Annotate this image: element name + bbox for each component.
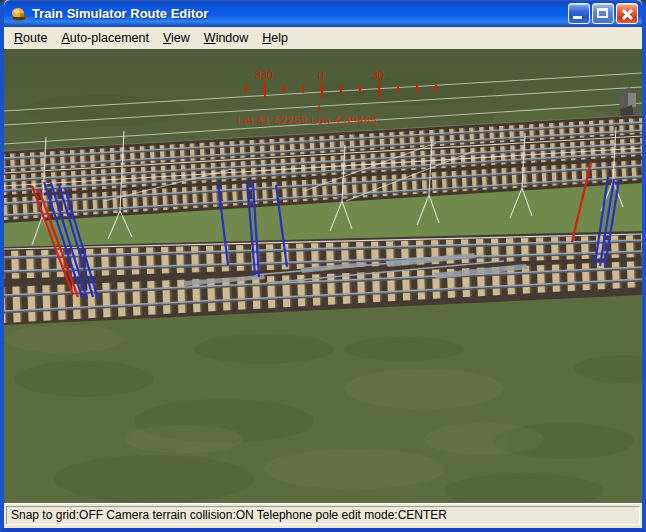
route-editor-viewport[interactable]: 330 0 30 Lat 41.52259 Lon 4.39465 xyxy=(4,49,642,503)
compass-label-30: 30 xyxy=(372,69,384,81)
maximize-icon xyxy=(597,8,608,18)
minimize-button[interactable] xyxy=(568,3,590,24)
menu-help[interactable]: Help xyxy=(255,29,295,47)
compass-label-0: 0 xyxy=(318,69,324,81)
close-button[interactable] xyxy=(616,3,638,24)
lat-lon-readout: Lat 41.52259 Lon 4.39465 xyxy=(237,114,377,126)
window-title: Train Simulator Route Editor xyxy=(32,6,568,21)
status-text: Snap to grid:OFF Camera terrain collisio… xyxy=(6,506,640,525)
menu-auto-placement[interactable]: Auto-placement xyxy=(54,29,156,47)
app-icon xyxy=(10,5,28,23)
app-window: Train Simulator Route Editor Route Auto-… xyxy=(0,0,646,532)
menu-route[interactable]: Route xyxy=(7,29,54,47)
compass-label-330: 330 xyxy=(255,69,273,81)
menu-view[interactable]: View xyxy=(156,29,197,47)
maximize-button[interactable] xyxy=(592,3,614,24)
menu-bar: Route Auto-placement View Window Help xyxy=(4,27,642,49)
minimize-icon xyxy=(573,16,582,19)
menu-window[interactable]: Window xyxy=(197,29,255,47)
status-bar: Snap to grid:OFF Camera terrain collisio… xyxy=(4,503,642,528)
window-titlebar[interactable]: Train Simulator Route Editor xyxy=(4,0,642,27)
